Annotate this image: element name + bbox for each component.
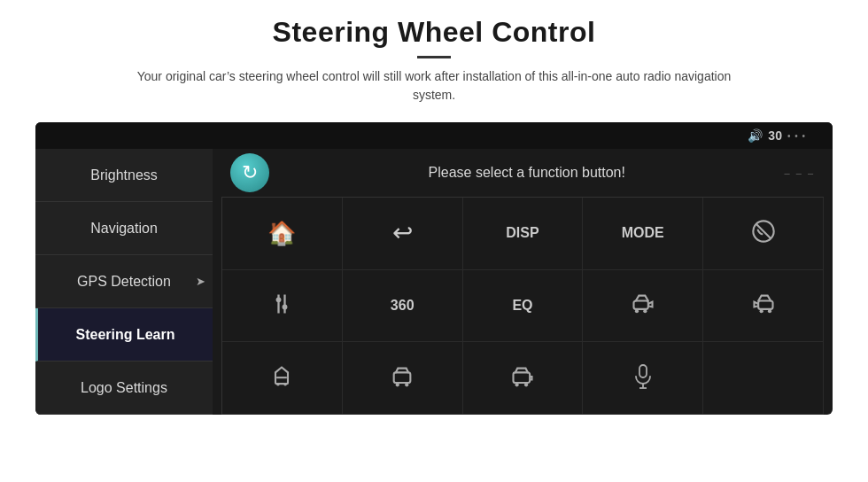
grid-cell-mic[interactable] (583, 342, 703, 415)
back-icon: ↩ (392, 221, 413, 245)
grid-cell-back[interactable]: ↩ (343, 198, 463, 270)
top-right-dots: • • • (787, 131, 806, 141)
car-right-icon (751, 292, 776, 320)
sidebar-item-navigation[interactable]: Navigation (35, 202, 213, 255)
svg-point-11 (767, 309, 771, 313)
panel-body: Brightness Navigation GPS Detection ➤ St… (35, 149, 833, 415)
sidebar-item-gps-detection[interactable]: GPS Detection ➤ (35, 255, 213, 308)
360-label: 360 (391, 298, 415, 314)
svg-rect-21 (639, 365, 647, 377)
page-title: Steering Wheel Control (53, 16, 815, 49)
sidebar: Brightness Navigation GPS Detection ➤ St… (35, 149, 213, 415)
disp-label: DISP (506, 225, 539, 241)
svg-point-12 (277, 383, 281, 386)
sidebar-item-brightness[interactable]: Brightness (35, 149, 213, 202)
svg-rect-18 (513, 372, 530, 383)
svg-rect-6 (633, 300, 647, 308)
sliders-icon (269, 292, 294, 320)
volume-icon: 🔊 (748, 128, 763, 143)
grid-cell-mode[interactable]: MODE (583, 198, 703, 270)
page-header: Steering Wheel Control Your original car… (0, 0, 868, 113)
main-content: ↻ Please select a function button! – – –… (213, 149, 833, 415)
mode-label: MODE (622, 225, 664, 241)
svg-point-7 (635, 309, 639, 313)
grid-cell-home[interactable]: 🏠 (222, 198, 343, 270)
car-3-icon (510, 364, 535, 393)
svg-point-17 (405, 383, 408, 386)
grid-cell-empty (703, 342, 824, 415)
svg-point-5 (283, 305, 288, 310)
grid-cell-car-right[interactable] (703, 270, 824, 343)
svg-point-10 (759, 309, 763, 313)
cursor-icon: ➤ (196, 275, 205, 288)
title-divider (417, 56, 451, 58)
ui-panel: 🔊 30 • • • Brightness Navigation GPS Det… (35, 122, 833, 415)
volume-number: 30 (768, 128, 782, 143)
content-header: ↻ Please select a function button! – – – (221, 149, 824, 198)
svg-point-16 (396, 383, 399, 386)
prompt-text: Please select a function button! (283, 165, 771, 181)
svg-point-20 (524, 383, 528, 386)
car-top-icon (269, 364, 294, 393)
grid-cell-car-left[interactable] (583, 270, 703, 343)
grid-cell-phone-off[interactable] (703, 198, 824, 270)
header-dots: – – – (785, 167, 815, 178)
svg-rect-15 (394, 372, 411, 383)
car-2-icon (390, 364, 415, 393)
refresh-icon: ↻ (242, 161, 258, 184)
function-grid: 🏠 ↩ DISP MODE (221, 198, 824, 415)
refresh-button[interactable]: ↻ (230, 153, 269, 192)
svg-point-8 (643, 309, 647, 313)
phone-off-icon (751, 219, 776, 247)
page-subtitle: Your original car’s steering wheel contr… (115, 67, 753, 105)
grid-cell-car-2[interactable] (343, 342, 463, 415)
svg-point-13 (284, 383, 288, 386)
panel-top-bar: 🔊 30 • • • (35, 122, 833, 149)
svg-point-4 (276, 297, 282, 302)
grid-cell-car-3[interactable] (463, 342, 584, 415)
sidebar-item-steering-learn[interactable]: Steering Learn (35, 308, 213, 362)
grid-cell-car-top[interactable] (222, 342, 343, 415)
svg-rect-9 (758, 300, 772, 308)
grid-cell-eq-sliders[interactable] (222, 270, 343, 343)
car-left-icon (631, 292, 655, 320)
svg-point-19 (515, 383, 518, 386)
mic-icon (632, 364, 654, 393)
grid-cell-360[interactable]: 360 (343, 270, 463, 343)
grid-cell-disp[interactable]: DISP (463, 198, 584, 270)
sidebar-item-logo-settings[interactable]: Logo Settings (35, 362, 213, 415)
eq-label: EQ (512, 298, 532, 314)
home-icon: 🏠 (267, 222, 296, 245)
grid-cell-eq[interactable]: EQ (463, 270, 584, 343)
